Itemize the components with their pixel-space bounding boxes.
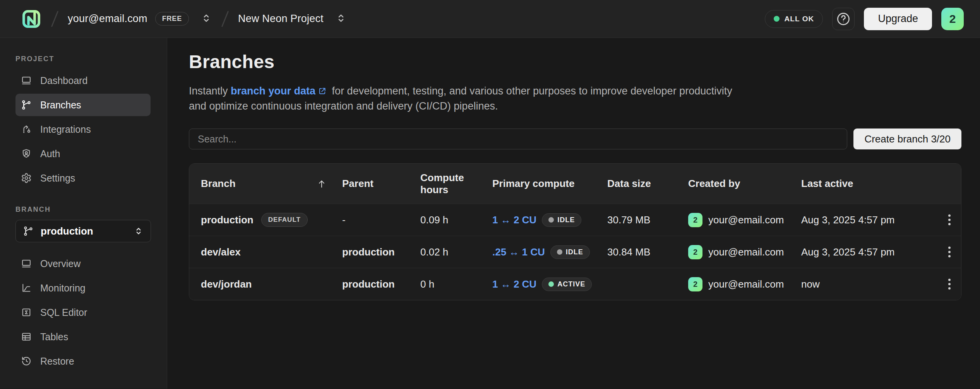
sidebar-item-sql-editor[interactable]: SQL Editor: [15, 301, 151, 324]
sidebar-item-branches[interactable]: Branches: [15, 94, 151, 116]
description-text: for development, testing, and various ot…: [329, 85, 732, 97]
compute-hours-cell: 0.02 h: [420, 246, 492, 258]
branch-icon: [23, 226, 34, 236]
column-header-branch[interactable]: Branch: [201, 178, 342, 190]
sidebar-item-dashboard[interactable]: Dashboard: [15, 69, 151, 92]
org-email: your@email.com: [68, 13, 147, 25]
compute-state-pill: IDLE: [542, 213, 581, 227]
sidebar-item-settings[interactable]: Settings: [15, 167, 151, 189]
branch-section-label: BRANCH: [0, 206, 167, 220]
row-menu-button[interactable]: [941, 247, 961, 257]
notification-badge[interactable]: 2: [941, 8, 964, 30]
integrations-icon: [21, 124, 32, 135]
sidebar-item-monitoring[interactable]: Monitoring: [15, 277, 151, 299]
create-branch-button[interactable]: Create branch 3/20: [853, 129, 961, 149]
last-active-cell: Aug 3, 2025 4:57 pm: [801, 246, 941, 258]
sidebar-item-label: SQL Editor: [40, 307, 87, 318]
project-section-label: PROJECT: [0, 55, 167, 69]
data-size-cell: 30.79 MB: [607, 214, 688, 226]
question-circle-icon: [836, 12, 851, 26]
compute-hours-cell: 0 h: [420, 278, 492, 290]
sidebar-item-integrations[interactable]: Integrations: [15, 118, 151, 141]
neon-logo-icon[interactable]: [19, 6, 44, 32]
row-menu-button[interactable]: [941, 279, 961, 290]
table-row[interactable]: production DEFAULT - 0.09 h 1 ↔ 2 CU IDL…: [189, 204, 961, 236]
project-selector[interactable]: New Neon Project: [236, 9, 349, 29]
compute-units: 1 ↔ 2 CU: [492, 278, 536, 290]
help-button[interactable]: [832, 8, 855, 30]
project-name: New Neon Project: [238, 13, 324, 25]
sidebar: PROJECT Dashboard Branches: [0, 38, 167, 389]
page-description: Instantly branch your data for developme…: [189, 84, 738, 113]
breadcrumb-separator: [221, 11, 229, 27]
dashboard-icon: [21, 75, 32, 86]
parent-cell: production: [342, 246, 420, 258]
overview-icon: [21, 258, 32, 269]
description-text: Instantly: [189, 85, 231, 97]
sidebar-item-label: Auth: [40, 148, 60, 159]
search-input[interactable]: [189, 129, 847, 149]
sidebar-item-label: Dashboard: [40, 75, 87, 86]
plan-badge: FREE: [155, 12, 189, 26]
column-header-last-active[interactable]: Last active: [801, 178, 941, 190]
table-row[interactable]: dev/alex production 0.02 h .25 ↔ 1 CU ID…: [189, 236, 961, 268]
compute-hours-cell: 0.09 h: [420, 214, 492, 226]
top-header: your@email.com FREE New Neon Project ALL…: [0, 0, 980, 38]
chevron-up-down-icon: [134, 226, 144, 236]
idle-dot-icon: [548, 217, 554, 223]
last-active-cell: Aug 3, 2025 4:57 pm: [801, 214, 941, 226]
selected-branch-name: production: [41, 225, 127, 237]
row-menu-button[interactable]: [941, 214, 961, 225]
monitoring-chart-icon: [21, 283, 32, 293]
compute-units: 1 ↔ 2 CU: [492, 214, 536, 226]
sidebar-item-auth[interactable]: Auth: [15, 142, 151, 165]
sidebar-item-tables[interactable]: Tables: [15, 326, 151, 348]
upgrade-button[interactable]: Upgrade: [864, 8, 932, 30]
sidebar-item-restore[interactable]: Restore: [15, 350, 151, 372]
column-header-compute-hours[interactable]: Compute hours: [420, 172, 478, 196]
last-active-cell: now: [801, 278, 941, 290]
compute-units: .25 ↔ 1 CU: [492, 246, 545, 258]
chevron-up-down-icon: [335, 12, 347, 25]
created-by-email: your@email.com: [708, 214, 784, 226]
branch-name: dev/alex: [201, 246, 241, 258]
gear-icon: [21, 173, 32, 183]
branch-icon: [21, 99, 32, 110]
created-by-email: your@email.com: [708, 246, 784, 258]
column-header-parent[interactable]: Parent: [342, 178, 420, 190]
table-header-row: Branch Parent Compute hours Primary comp…: [189, 164, 961, 204]
avatar: 2: [688, 277, 702, 291]
description-text-line2: and optimize continuous integration and …: [189, 99, 738, 113]
column-header-primary-compute[interactable]: Primary compute: [492, 178, 607, 190]
system-status-pill[interactable]: ALL OK: [765, 10, 823, 28]
column-header-data-size[interactable]: Data size: [607, 178, 688, 190]
column-header-created-by[interactable]: Created by: [688, 178, 801, 190]
sort-ascending-icon[interactable]: [317, 179, 327, 189]
org-selector[interactable]: your@email.com FREE: [65, 8, 214, 29]
chevron-up-down-icon: [200, 12, 212, 25]
branch-name: dev/jordan: [201, 278, 252, 290]
page-title: Branches: [189, 51, 961, 72]
sidebar-item-label: Branches: [40, 99, 81, 111]
parent-cell: -: [342, 214, 420, 226]
auth-shield-user-icon: [21, 148, 32, 159]
default-badge: DEFAULT: [261, 213, 308, 227]
sidebar-item-overview[interactable]: Overview: [15, 252, 151, 275]
branch-your-data-link[interactable]: branch your data: [231, 85, 315, 97]
sidebar-item-label: Integrations: [40, 124, 91, 135]
tables-grid-icon: [21, 331, 32, 342]
active-dot-icon: [548, 281, 554, 287]
compute-state-pill: IDLE: [550, 245, 590, 259]
sidebar-item-label: Overview: [40, 258, 81, 269]
created-by-email: your@email.com: [708, 278, 784, 290]
sql-editor-icon: [21, 307, 32, 318]
compute-state-pill: ACTIVE: [542, 278, 592, 291]
avatar: 2: [688, 213, 702, 227]
main-content: Branches Instantly branch your data for …: [167, 38, 980, 389]
branches-table: Branch Parent Compute hours Primary comp…: [189, 163, 961, 300]
branch-selector-dropdown[interactable]: production: [15, 220, 151, 242]
sidebar-item-label: Tables: [40, 331, 68, 343]
sidebar-item-label: Monitoring: [40, 283, 86, 294]
avatar: 2: [688, 245, 702, 259]
table-row[interactable]: dev/jordan production 0 h 1 ↔ 2 CU ACTIV…: [189, 268, 961, 300]
